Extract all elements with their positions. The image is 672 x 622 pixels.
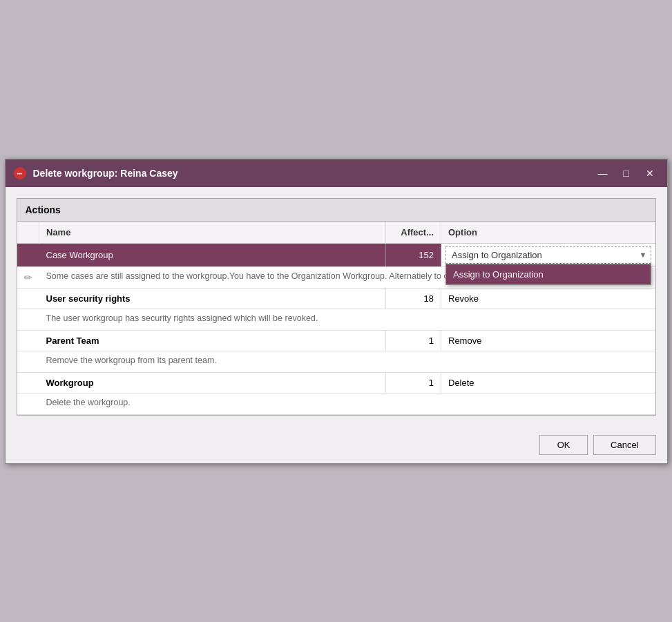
detail-text-cell: Delete the workgroup. xyxy=(39,393,655,414)
row-name-cell: Case Workgroup xyxy=(39,243,386,266)
close-button[interactable]: ✕ xyxy=(641,166,659,181)
row-affect-cell: 1 xyxy=(386,330,441,351)
window-icon xyxy=(14,167,26,179)
row-name-cell: Parent Team xyxy=(39,330,386,351)
row-name-cell: User security rights xyxy=(39,288,386,309)
actions-table: Name Affect... Option Case Workgroup 152 xyxy=(17,222,655,415)
actions-group: Actions Name Affect... Option xyxy=(17,198,656,416)
table-header-row: Name Affect... Option xyxy=(17,222,655,244)
cancel-button[interactable]: Cancel xyxy=(593,435,655,455)
col-header-icon xyxy=(17,222,39,244)
row-option-cell: Remove xyxy=(441,330,655,351)
maximize-button[interactable]: □ xyxy=(617,166,635,181)
footer-buttons: OK Cancel xyxy=(6,427,667,463)
col-header-affect: Affect... xyxy=(386,222,441,244)
row-option-cell: Delete xyxy=(441,372,655,393)
row-option-cell: Revoke xyxy=(441,288,655,309)
row-icon-cell xyxy=(17,372,39,393)
detail-text-cell: Remove the workgroup from its parent tea… xyxy=(39,351,655,372)
row-option-cell: Assign to Organization ▼ Assign to Organ… xyxy=(441,243,655,266)
row-icon-cell xyxy=(17,243,39,266)
detail-icon-cell xyxy=(17,309,39,330)
table-detail-row: The user workgroup has security rights a… xyxy=(17,309,655,330)
row-affect-cell: 152 xyxy=(386,243,441,266)
ok-button[interactable]: OK xyxy=(539,435,588,455)
table-row: Workgroup 1 Delete xyxy=(17,372,655,393)
row-icon-cell xyxy=(17,288,39,309)
detail-icon-cell xyxy=(17,393,39,414)
main-window: Delete workgroup: Reina Casey — □ ✕ Acti… xyxy=(5,159,668,464)
actions-header: Actions xyxy=(17,199,655,222)
row-icon-cell xyxy=(17,330,39,351)
detail-text-cell: The user workgroup has security rights a… xyxy=(39,309,655,330)
dropdown-container: Assign to Organization ▼ Assign to Organ… xyxy=(445,246,651,264)
detail-icon-cell: ✏ xyxy=(17,266,39,288)
table-row: Case Workgroup 152 Assign to Organizatio… xyxy=(17,243,655,266)
minimize-button[interactable]: — xyxy=(594,166,612,181)
row-affect-cell: 18 xyxy=(386,288,441,309)
dropdown-popup: Assign to Organization xyxy=(445,264,651,285)
col-header-name: Name xyxy=(39,222,386,244)
table-detail-row: Delete the workgroup. xyxy=(17,393,655,414)
window-content: Actions Name Affect... Option xyxy=(6,187,667,427)
option-dropdown[interactable]: Assign to Organization xyxy=(445,246,651,264)
title-controls: — □ ✕ xyxy=(594,166,659,181)
row-name-cell: Workgroup xyxy=(39,372,386,393)
pencil-icon: ✏ xyxy=(24,272,32,283)
title-bar: Delete workgroup: Reina Casey — □ ✕ xyxy=(6,159,667,187)
table-row: Parent Team 1 Remove xyxy=(17,330,655,351)
detail-icon-cell xyxy=(17,351,39,372)
row-affect-cell: 1 xyxy=(386,372,441,393)
table-detail-row: Remove the workgroup from its parent tea… xyxy=(17,351,655,372)
table-wrapper: Name Affect... Option Case Workgroup 152 xyxy=(17,222,655,415)
window-title: Delete workgroup: Reina Casey xyxy=(33,168,587,179)
table-row: User security rights 18 Revoke xyxy=(17,288,655,309)
dropdown-popup-item[interactable]: Assign to Organization xyxy=(446,264,651,284)
col-header-option: Option xyxy=(441,222,655,244)
